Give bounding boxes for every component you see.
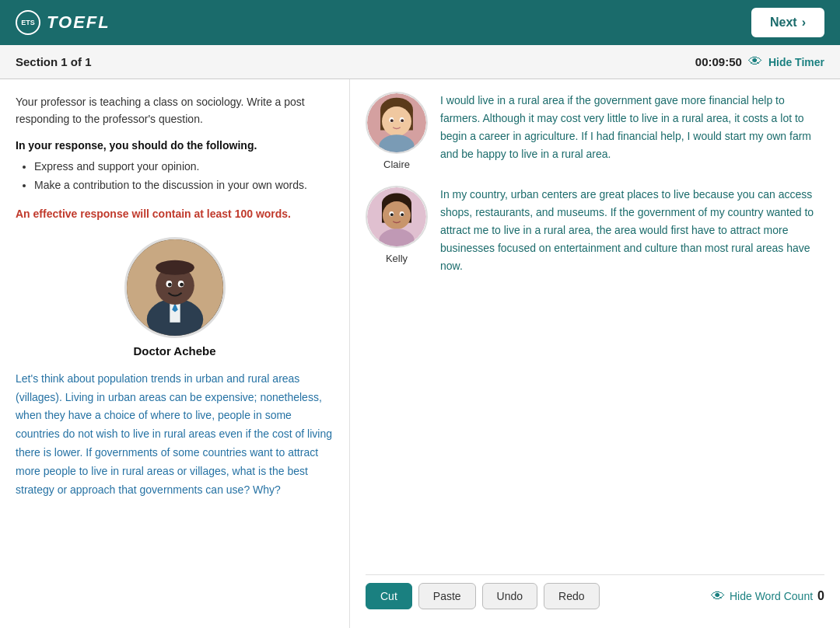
professor-section: Doctor Achebe [16, 237, 334, 358]
paste-button[interactable]: Paste [418, 583, 476, 609]
claire-text: I would live in a rural area if the gove… [440, 92, 824, 163]
left-panel: Your professor is teaching a class on so… [0, 79, 350, 628]
timer-eye-icon[interactable]: 👁 [748, 54, 762, 70]
student-row-kelly: Kelly In my country, urban centers are g… [366, 186, 824, 275]
kelly-avatar [366, 186, 428, 248]
claire-avatar-wrap: Claire [366, 92, 428, 170]
undo-button[interactable]: Undo [482, 583, 537, 609]
svg-point-17 [390, 119, 394, 122]
ets-logo: ETS [16, 10, 40, 35]
kelly-avatar-svg [367, 187, 426, 246]
bullet-item-1: Express and support your opinion. [34, 158, 334, 176]
bullet-item-2: Make a contribution to the discussion in… [34, 176, 334, 195]
next-button[interactable]: Next › [751, 8, 824, 37]
section-bar: Section 1 of 1 00:09:50 👁 Hide Timer [0, 45, 840, 79]
student-row-claire: Claire I would live in a rural area if t… [366, 92, 824, 170]
professor-speech: Let's think about population trends in u… [16, 370, 334, 500]
kelly-name: Kelly [386, 253, 408, 264]
logo: ETS TOEFL [16, 10, 110, 35]
toefl-logo: TOEFL [47, 12, 110, 33]
word-count-eye-icon: 👁 [711, 588, 725, 605]
professor-avatar [124, 237, 226, 338]
hide-word-count-label: Hide Word Count [730, 590, 813, 602]
cut-button[interactable]: Cut [366, 583, 412, 609]
claire-avatar-svg [367, 93, 426, 152]
svg-point-9 [156, 260, 194, 274]
bullet-list: Express and support your opinion. Make a… [34, 158, 334, 195]
timer-area: 00:09:50 👁 Hide Timer [695, 54, 824, 70]
main-content: Your professor is teaching a class on so… [0, 79, 840, 628]
word-count-area[interactable]: 👁 Hide Word Count 0 [711, 588, 824, 605]
right-panel: Claire I would live in a rural area if t… [350, 79, 840, 628]
intro-text: Your professor is teaching a class on so… [16, 93, 334, 128]
hide-timer-button[interactable]: Hide Timer [768, 56, 824, 68]
kelly-avatar-wrap: Kelly [366, 186, 428, 264]
timer-value: 00:09:50 [695, 55, 742, 68]
svg-point-7 [167, 283, 171, 287]
word-count-number: 0 [817, 589, 824, 603]
toolbar: Cut Paste Undo Redo 👁 Hide Word Count 0 [366, 574, 824, 616]
redo-button[interactable]: Redo [544, 583, 599, 609]
svg-point-28 [401, 213, 404, 216]
students-area: Claire I would live in a rural area if t… [366, 92, 824, 568]
section-label: Section 1 of 1 [16, 55, 92, 68]
svg-point-27 [390, 213, 394, 216]
effective-text: An effective response will contain at le… [16, 205, 334, 222]
claire-name: Claire [383, 159, 410, 170]
professor-name: Doctor Achebe [133, 344, 215, 358]
instructions-heading: In your response, you should do the foll… [16, 139, 334, 152]
claire-avatar [366, 92, 428, 154]
svg-point-14 [382, 106, 411, 136]
word-count-highlight: 100 [235, 208, 253, 220]
professor-avatar-svg [127, 237, 223, 338]
svg-point-24 [383, 201, 411, 229]
svg-point-8 [180, 283, 184, 287]
svg-point-18 [401, 119, 404, 122]
kelly-text: In my country, urban centers are great p… [440, 186, 824, 275]
header: ETS TOEFL Next › [0, 0, 840, 45]
